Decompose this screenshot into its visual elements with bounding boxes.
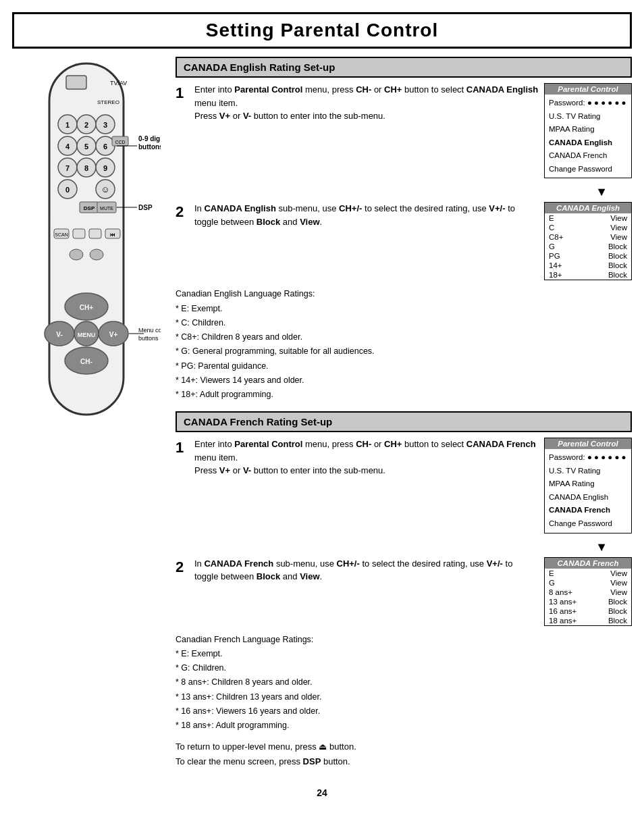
note-en-2: * C: Children.	[176, 316, 632, 330]
svg-text:SCAN: SCAN	[55, 232, 68, 237]
svg-text:6: 6	[103, 142, 107, 151]
svg-text:3: 3	[103, 121, 107, 129]
note-en-7: * 18+: Adult programming.	[176, 388, 632, 402]
table-row: 13 ans+Block	[545, 597, 631, 606]
svg-text:9: 9	[103, 164, 107, 172]
step2-num-fr: 2	[176, 557, 189, 626]
table-row: EView	[545, 569, 631, 578]
note-en-5: * PG: Parental guidance.	[176, 359, 632, 373]
svg-text:Menu control: Menu control	[138, 327, 161, 334]
page-number: 24	[0, 787, 644, 798]
arrow-down-en: ▼	[176, 185, 632, 199]
svg-text:0: 0	[65, 186, 70, 194]
note-en-4: * G: General programming, suitable for a…	[176, 344, 632, 359]
canada-english-step1: 1 Enter into Parental Control menu, pres…	[176, 83, 632, 178]
canada-french-rating-title: CANADA French	[545, 558, 631, 569]
note-fr-1: * E: Exempt.	[176, 647, 632, 661]
canada-french-notes: Canadian French Language Ratings: * E: E…	[176, 633, 632, 733]
svg-rect-1	[66, 76, 86, 89]
step2-num-en: 2	[176, 202, 189, 280]
parental-control-menu-title-fr: Parental Control	[545, 438, 631, 449]
svg-text:STEREO: STEREO	[97, 99, 119, 105]
canada-french-step2: 2 In CANADA French sub-menu, use CH+/- t…	[176, 557, 632, 626]
svg-text:⏮: ⏮	[110, 232, 115, 238]
svg-text:V+: V+	[109, 331, 118, 338]
table-row: 14+Block	[545, 261, 631, 270]
svg-text:CCD: CCD	[115, 140, 125, 145]
menu-item-password-en: Password: ● ● ● ● ● ●	[549, 97, 627, 110]
canada-english-rating-title: CANADA English	[545, 203, 631, 213]
svg-text:8: 8	[84, 164, 88, 172]
table-row: GView	[545, 578, 631, 588]
table-row: EView	[545, 213, 631, 223]
note-fr-2: * G: Children.	[176, 661, 632, 675]
note-fr-6: * 18 ans+: Adult programming.	[176, 719, 632, 733]
note-fr-5: * 16 ans+: Viewers 16 years and older.	[176, 704, 632, 719]
svg-point-38	[70, 249, 83, 260]
parental-control-menu-content-fr: Password: ● ● ● ● ● ● U.S. TV Rating MPA…	[545, 449, 631, 532]
svg-point-39	[90, 249, 103, 260]
table-row: GBlock	[545, 242, 631, 251]
page-title: Setting Parental Control	[14, 20, 630, 41]
svg-text:☺: ☺	[101, 184, 109, 194]
svg-text:2: 2	[84, 121, 88, 129]
note-fr-4: * 13 ans+: Children 13 years and older.	[176, 690, 632, 704]
menu-item-mpaa-fr: MPAA Rating	[549, 477, 627, 491]
step2-text-fr: In CANADA French sub-menu, use CH+/- to …	[194, 557, 539, 626]
table-row: PGBlock	[545, 251, 631, 261]
table-row: 16 ans+Block	[545, 606, 631, 616]
canada-french-rating-table: EView GView 8 ans+View 13 ans+Block 16 a…	[545, 569, 631, 625]
instructions-column: CANADA English Rating Set-up 1 Enter int…	[176, 57, 632, 779]
svg-text:V-: V-	[56, 331, 62, 338]
canada-french-rating-box: CANADA French EView GView 8 ans+View 13 …	[544, 557, 632, 626]
svg-text:MUTE: MUTE	[100, 206, 113, 211]
table-row: CView	[545, 223, 631, 232]
table-row: 8 ans+View	[545, 588, 631, 597]
svg-text:4: 4	[65, 142, 70, 151]
parental-control-menu-fr: Parental Control Password: ● ● ● ● ● ● U…	[544, 438, 632, 533]
svg-text:buttons: buttons	[138, 143, 161, 151]
svg-text:CH-: CH-	[80, 358, 92, 365]
menu-item-mpaa-en: MPAA Rating	[549, 123, 627, 136]
svg-rect-35	[89, 229, 101, 238]
canada-french-step1: 1 Enter into Parental Control menu, pres…	[176, 438, 632, 533]
canada-english-rating-box: CANADA English EView CView C8+View GBloc…	[544, 202, 632, 280]
step2-text-en: In CANADA English sub-menu, use CH+/- to…	[194, 202, 539, 280]
step1-text: Enter into Parental Control menu, press …	[194, 83, 539, 178]
menu-item-canada-en-fr: CANADA English	[549, 491, 627, 504]
svg-text:7: 7	[65, 164, 70, 172]
remote-svg: TV/AV STEREO 1 2 3 4 5 6 7 8 9	[12, 57, 161, 448]
arrow-down-fr: ▼	[176, 540, 632, 554]
menu-item-canada-en-selected: CANADA English	[549, 136, 627, 150]
footer-line2: To clear the menu screen, press DSP butt…	[176, 754, 632, 769]
page-title-box: Setting Parental Control	[12, 12, 632, 49]
svg-text:DSP: DSP	[84, 205, 95, 211]
menu-item-canada-fr-selected: CANADA French	[549, 504, 627, 517]
step1-text-fr: Enter into Parental Control menu, press …	[194, 438, 539, 533]
notes-title-fr: Canadian French Language Ratings:	[176, 633, 632, 647]
parental-control-menu-content-en: Password: ● ● ● ● ● ● U.S. TV Rating MPA…	[545, 95, 631, 178]
menu-item-password-fr: Password: ● ● ● ● ● ●	[549, 451, 627, 465]
svg-text:buttons: buttons	[138, 335, 159, 342]
canada-english-notes: Canadian English Language Ratings: * E: …	[176, 287, 632, 402]
svg-text:CH+: CH+	[80, 304, 93, 311]
menu-item-change-pw-fr: Change Password	[549, 517, 627, 531]
parental-control-menu-title-en: Parental Control	[545, 84, 631, 95]
table-row: 18 ans+Block	[545, 616, 631, 625]
svg-text:DSP: DSP	[138, 204, 153, 211]
note-fr-3: * 8 ans+: Children 8 years and older.	[176, 675, 632, 689]
main-layout: TV/AV STEREO 1 2 3 4 5 6 7 8 9	[12, 57, 632, 779]
step1-num-fr: 1	[176, 438, 189, 533]
menu-item-us-en: U.S. TV Rating	[549, 110, 627, 124]
menu-item-canada-fr-en: CANADA French	[549, 149, 627, 163]
canada-english-header: CANADA English Rating Set-up	[176, 57, 632, 78]
canada-french-header: CANADA French Rating Set-up	[176, 411, 632, 432]
svg-text:TV/AV: TV/AV	[110, 80, 127, 86]
table-row: C8+View	[545, 232, 631, 242]
note-en-1: * E: Exempt.	[176, 302, 632, 316]
menu-item-change-pw-en: Change Password	[549, 163, 627, 176]
canada-french-section: CANADA French Rating Set-up 1 Enter into…	[176, 411, 632, 769]
footer-line1: To return to upper-level menu, press ⏏ b…	[176, 739, 632, 754]
parental-control-menu-en: Parental Control Password: ● ● ● ● ● ● U…	[544, 83, 632, 178]
note-en-3: * C8+: Children 8 years and older.	[176, 330, 632, 344]
